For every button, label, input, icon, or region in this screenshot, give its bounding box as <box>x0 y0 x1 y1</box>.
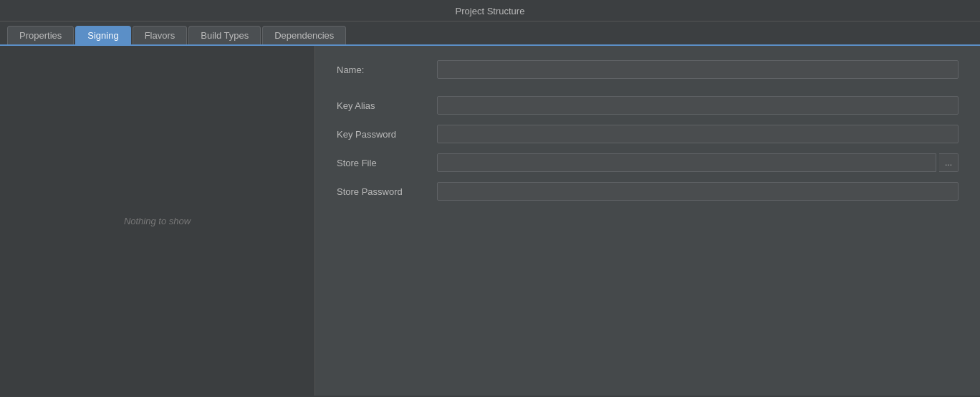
name-input[interactable] <box>437 60 959 79</box>
key-alias-input[interactable] <box>437 96 959 115</box>
right-panel: Name: Key Alias Key Password Store File … <box>315 46 980 396</box>
nothing-to-show-label: Nothing to show <box>124 216 191 226</box>
name-label: Name: <box>337 64 437 75</box>
tab-dependencies[interactable]: Dependencies <box>262 26 346 44</box>
key-password-input[interactable] <box>437 125 959 143</box>
store-password-label: Store Password <box>337 186 437 197</box>
name-row: Name: <box>337 60 959 79</box>
tab-flavors[interactable]: Flavors <box>133 26 188 44</box>
window-title: Project Structure <box>456 6 525 16</box>
tab-build-types[interactable]: Build Types <box>188 26 261 44</box>
tabs-bar: Properties Signing Flavors Build Types D… <box>0 21 980 46</box>
key-password-label: Key Password <box>337 129 437 140</box>
store-password-input[interactable] <box>437 182 959 201</box>
tab-signing[interactable]: Signing <box>75 26 130 44</box>
title-bar: Project Structure <box>0 0 980 21</box>
store-file-input[interactable] <box>437 153 936 172</box>
store-file-row: Store File ... <box>337 153 959 172</box>
key-alias-row: Key Alias <box>337 96 959 115</box>
browse-button[interactable]: ... <box>939 153 959 172</box>
store-password-row: Store Password <box>337 182 959 201</box>
content-area: Nothing to show Name: Key Alias Key Pass… <box>0 46 980 396</box>
left-panel: Nothing to show <box>0 46 315 396</box>
store-file-input-wrap: ... <box>437 153 959 172</box>
store-file-label: Store File <box>337 158 437 168</box>
key-alias-label: Key Alias <box>337 100 437 111</box>
key-password-row: Key Password <box>337 125 959 143</box>
tab-properties[interactable]: Properties <box>7 26 74 44</box>
